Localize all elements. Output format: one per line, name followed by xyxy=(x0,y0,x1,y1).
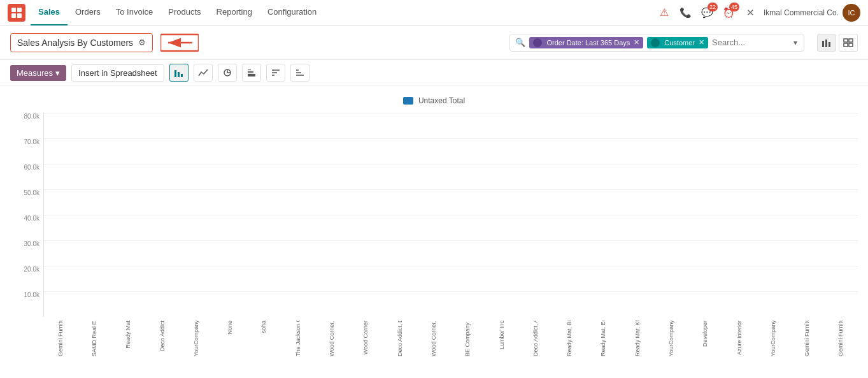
nav-orders[interactable]: Orders xyxy=(68,0,108,25)
chat-icon[interactable]: 💬 22 xyxy=(699,4,716,22)
x-axis-labels: Gemini FurnitureSAMD Real EstateReady Ma… xyxy=(43,318,858,355)
svg-rect-22 xyxy=(248,69,251,70)
x-axis-label: YourCompany, Marc Demo xyxy=(668,321,674,356)
x-axis-label: Ready Mat, Edith Sanchez xyxy=(600,321,606,356)
sort-asc-btn[interactable] xyxy=(290,64,309,82)
x-axis-label: Lumber Inc xyxy=(499,321,505,349)
top-navbar: Sales Orders To Invoice Products Reporti… xyxy=(0,0,868,25)
search-input[interactable] xyxy=(712,38,788,47)
chart-legend: Untaxed Total xyxy=(10,96,858,105)
measures-button[interactable]: Measures ▾ xyxy=(10,65,66,81)
chart-area: Untaxed Total 80.0k 70.0k 60.0k 50.0k 40… xyxy=(0,86,868,365)
x-axis-label: Gemini Furniture, Oscar Morgan xyxy=(837,321,844,356)
chat-badge: 22 xyxy=(708,3,718,11)
clock-badge: 45 xyxy=(729,3,739,11)
svg-rect-16 xyxy=(181,74,183,77)
graph-view-btn[interactable] xyxy=(817,34,836,52)
filter-tag-date: Order Date: Last 365 Days ✕ xyxy=(529,37,643,48)
remove-customer-filter[interactable]: ✕ xyxy=(699,38,704,47)
stacked-chart-btn[interactable] xyxy=(242,64,261,82)
svg-rect-7 xyxy=(822,41,824,47)
x-axis-label: None xyxy=(227,321,233,335)
x-axis-label: Azure Interior xyxy=(736,321,743,355)
svg-rect-20 xyxy=(248,74,255,76)
view-mode-buttons xyxy=(817,34,858,52)
svg-rect-3 xyxy=(17,13,22,18)
svg-rect-2 xyxy=(11,13,16,18)
svg-rect-13 xyxy=(849,43,853,47)
x-axis-label: soha xyxy=(260,321,267,333)
close-icon[interactable]: ✕ xyxy=(742,4,760,22)
sort-desc-btn[interactable] xyxy=(266,64,285,82)
x-axis-label: YourCompany, Joel Willis xyxy=(193,321,199,356)
search-icon: 🔍 xyxy=(515,38,525,47)
chart-container: 80.0k 70.0k 60.0k 50.0k 40.0k 30.0k 20.0… xyxy=(10,113,858,355)
svg-rect-12 xyxy=(844,43,848,47)
x-axis-label: Wood Corner, Willie Burke xyxy=(430,321,437,356)
x-axis-label: Deco Addict, Douglas Fletcher xyxy=(397,321,403,356)
legend-color-swatch xyxy=(403,97,413,105)
warning-icon[interactable]: ⚠ xyxy=(655,4,673,22)
gear-icon[interactable]: ⚙ xyxy=(138,38,146,47)
arrow-annotation xyxy=(160,32,199,54)
x-axis-label: Deco Addict, Addison Olson xyxy=(532,321,539,356)
svg-rect-8 xyxy=(825,40,827,47)
svg-rect-9 xyxy=(829,42,830,47)
x-axis-label: Wood Corner xyxy=(362,321,369,354)
app-logo[interactable] xyxy=(8,4,25,22)
nav-to-invoice[interactable]: To Invoice xyxy=(108,0,161,25)
measures-dropdown-icon: ▾ xyxy=(55,68,60,78)
x-axis-label: Developer xyxy=(702,321,708,347)
x-axis-label: SAMD Real Estate xyxy=(91,321,97,356)
insert-spreadsheet-button[interactable]: Insert in Spreadsheet xyxy=(71,64,164,82)
x-axis-label: The Jackson Group xyxy=(295,321,301,356)
nav-products[interactable]: Products xyxy=(160,0,208,25)
svg-rect-15 xyxy=(178,72,180,77)
svg-rect-11 xyxy=(849,39,853,42)
search-dropdown-btn[interactable]: ▾ xyxy=(792,38,799,47)
nav-configuration[interactable]: Configuration xyxy=(260,0,324,25)
remove-date-filter[interactable]: ✕ xyxy=(634,38,639,47)
pie-chart-btn[interactable] xyxy=(218,64,237,82)
clock-icon[interactable]: ⏰ 45 xyxy=(720,4,738,22)
x-axis-label: YourCompany, Mitchell Admin xyxy=(770,321,776,356)
company-name[interactable]: Ikmal Commercial Co. xyxy=(764,8,839,17)
x-axis-label: Gemini Furniture, Edwin Hansen xyxy=(804,321,810,356)
phone-icon[interactable]: 📞 xyxy=(677,4,695,22)
x-axis-label: Gemini Furniture xyxy=(57,321,64,356)
line-chart-btn[interactable] xyxy=(194,64,213,82)
page-title: Sales Analysis By Customers xyxy=(17,38,133,48)
search-bar: 🔍 Order Date: Last 365 Days ✕ Customer ✕… xyxy=(509,34,804,52)
x-axis-label: Ready Mat, Billy Fox xyxy=(566,321,573,356)
x-axis-label: Ready Mat xyxy=(125,321,131,349)
nav-right-section: ⚠ 📞 💬 22 ⏰ 45 ✕ Ikmal Commercial Co. IC xyxy=(655,4,860,22)
svg-rect-1 xyxy=(17,8,22,12)
filter-tag-customer: Customer ✕ xyxy=(647,37,708,48)
legend-label: Untaxed Total xyxy=(418,96,465,105)
svg-rect-14 xyxy=(174,70,176,77)
svg-rect-0 xyxy=(11,8,16,12)
nav-sales[interactable]: Sales xyxy=(31,0,68,25)
svg-rect-21 xyxy=(248,71,253,73)
nav-reporting[interactable]: Reporting xyxy=(209,0,260,25)
x-axis-label: Deco Addict xyxy=(159,321,166,351)
y-axis: 80.0k 70.0k 60.0k 50.0k 40.0k 30.0k 20.0… xyxy=(10,113,43,317)
chart-plot xyxy=(43,113,858,317)
pivot-view-btn[interactable] xyxy=(839,34,858,52)
page-header: Sales Analysis By Customers ⚙ 🔍 Order Da… xyxy=(0,25,868,60)
user-avatar[interactable]: IC xyxy=(843,4,860,22)
page-title-box: Sales Analysis By Customers ⚙ xyxy=(10,33,153,52)
bar-chart-btn[interactable] xyxy=(169,64,189,82)
x-axis-label: BE Company CoA xyxy=(464,321,471,356)
svg-rect-10 xyxy=(844,39,848,42)
x-axis-label: Wood Corner, Ron Gibson xyxy=(329,321,335,356)
chart-toolbar: Measures ▾ Insert in Spreadsheet xyxy=(0,60,868,86)
x-axis-label: Ready Mat, Kim Snyder xyxy=(634,321,641,356)
